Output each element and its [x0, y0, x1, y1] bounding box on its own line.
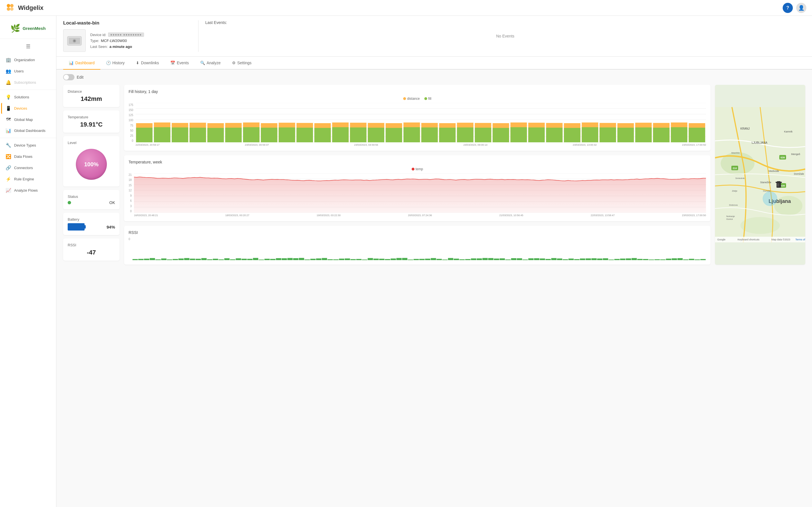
svg-rect-69 [599, 127, 616, 142]
sidebar-label-analyze-flows: Analyze Flows [14, 188, 38, 192]
svg-rect-97 [178, 259, 183, 260]
svg-rect-47 [403, 127, 420, 142]
svg-rect-67 [582, 127, 598, 142]
toggle-knob [64, 75, 69, 80]
svg-rect-73 [635, 127, 652, 142]
tab-events-icon: 📅 [170, 61, 175, 65]
svg-rect-159 [534, 258, 539, 260]
tab-settings[interactable]: ⚙ Settings [226, 57, 257, 70]
sidebar-item-analyze-flows[interactable]: 📈 Analyze Flows [1, 185, 55, 196]
svg-rect-156 [517, 258, 522, 260]
device-detail-row: Device id: ●●●●● ●●●●●●●● Type: MCF-LW20… [63, 29, 192, 52]
widgelix-logo-icon [6, 3, 16, 13]
sidebar-item-organization[interactable]: 🏢 Organization [1, 54, 55, 65]
help-button[interactable]: ? [783, 3, 793, 13]
rssi-value: -47 [68, 249, 115, 256]
sidebar-label-global-map: Global Map [14, 117, 33, 122]
svg-rect-53 [457, 127, 473, 142]
tab-history[interactable]: 🕐 History [100, 57, 130, 70]
tab-history-icon: 🕐 [106, 61, 111, 65]
svg-rect-120 [310, 259, 316, 260]
battery-label: Battery [68, 217, 115, 222]
svg-rect-116 [287, 258, 293, 260]
temperature-value: 19.91°C [68, 121, 115, 128]
sidebar-label-users: Users [14, 69, 24, 73]
svg-rect-164 [562, 259, 568, 260]
legend-distance-dot [403, 97, 406, 100]
svg-rect-173 [614, 259, 619, 260]
rssi-chart-title: RSSI [128, 230, 706, 235]
sidebar-item-device-types[interactable]: 🔧 Device Types [1, 140, 55, 151]
fill-chart-title: Fill history, 1 day [128, 89, 706, 94]
temp-y-axis: 21 18 15 12 9 6 3 0 [128, 173, 133, 213]
svg-rect-166 [574, 259, 579, 260]
svg-rect-27 [225, 128, 241, 142]
temp-chart-svg [134, 173, 706, 213]
sidebar-nav: 🏢 Organization 👥 Users 🔔 Subscriptions 💡… [0, 54, 56, 196]
sidebar-item-users[interactable]: 👥 Users [1, 66, 55, 77]
hamburger-button[interactable]: ☰ [0, 41, 56, 52]
level-label: Level [68, 140, 115, 145]
svg-rect-102 [207, 259, 212, 260]
svg-rect-183 [671, 259, 677, 260]
svg-rect-155 [511, 258, 516, 260]
svg-rect-29 [243, 127, 259, 142]
tab-downlinks[interactable]: ⬇ Downlinks [130, 57, 165, 70]
sidebar-item-subscriptions: 🔔 Subscriptions [1, 77, 55, 88]
svg-rect-103 [213, 259, 218, 260]
sidebar-label-connectors: Connectors [14, 166, 33, 170]
battery-icon [68, 223, 85, 231]
svg-rect-126 [344, 259, 350, 260]
legend-fill-dot [424, 97, 427, 100]
user-icon: 👤 [798, 5, 804, 11]
map-container[interactable]: 639 210 639 KRANJ LJUBLJANA Kamnik Mavči… [715, 85, 805, 265]
svg-rect-176 [632, 258, 637, 260]
tab-dashboard[interactable]: 📊 Dashboard [63, 57, 100, 70]
svg-rect-115 [282, 258, 287, 260]
svg-rect-114 [276, 258, 281, 260]
level-circle: 100% [76, 149, 107, 180]
svg-text:Keyboard shortcuts: Keyboard shortcuts [738, 238, 760, 241]
svg-rect-49 [421, 127, 438, 142]
header-actions: ? 👤 [783, 3, 806, 13]
status-value: OK [109, 201, 115, 205]
sidebar-item-data-flows[interactable]: 🔀 Data Flows [1, 151, 55, 162]
svg-rect-61 [528, 127, 544, 142]
sidebar-item-devices[interactable]: 📱 Devices [1, 103, 55, 114]
legend-fill-label: fill [428, 97, 431, 101]
sidebar-label-devices: Devices [14, 106, 27, 110]
widget-distance: Distance 142mm [63, 85, 119, 107]
main-content: Local-waste-bin Device id: ●●●● [56, 16, 812, 507]
svg-rect-25 [207, 128, 224, 142]
legend-distance: distance [403, 97, 420, 101]
user-button[interactable]: 👤 [796, 3, 806, 13]
svg-rect-77 [671, 127, 687, 142]
device-meta: Device id: ●●●●● ●●●●●●●● Type: MCF-LW20… [90, 33, 144, 49]
svg-rect-144 [448, 258, 453, 260]
tab-analyze-icon: 🔍 [200, 61, 205, 65]
sidebar-item-global-map[interactable]: 🗺 Global Map [1, 114, 55, 125]
subscriptions-icon: 🔔 [6, 80, 11, 85]
svg-rect-43 [368, 128, 384, 142]
dashboard-grid: Distance 142mm Temperature 19.91°C [63, 85, 805, 265]
temp-week-chart: Temperature, week temp 21 18 15 [124, 155, 710, 221]
svg-text:Medvode: Medvode [769, 170, 779, 172]
sidebar-item-global-dashboards[interactable]: 📊 Global Dashboards [1, 125, 55, 136]
tab-analyze[interactable]: 🔍 Analyze [195, 57, 226, 70]
svg-rect-57 [493, 128, 509, 142]
svg-rect-118 [299, 258, 304, 260]
svg-rect-122 [322, 258, 327, 260]
tab-settings-label: Settings [237, 61, 252, 65]
svg-rect-110 [253, 258, 258, 260]
sidebar-item-solutions[interactable]: 💡 Solutions [1, 92, 55, 103]
tab-events[interactable]: 📅 Events [165, 57, 195, 70]
edit-toggle-switch[interactable] [63, 74, 74, 80]
top-header: Widgelix ? 👤 [0, 0, 812, 16]
sidebar-item-connectors[interactable]: 🔗 Connectors [1, 162, 55, 173]
device-thumbnail [66, 34, 83, 48]
svg-rect-95 [167, 260, 172, 260]
svg-rect-153 [500, 259, 505, 260]
fill-y-axis: 175 150 125 100 75 50 25 0 [128, 103, 134, 142]
sidebar-item-rule-engine[interactable]: ⚡ Rule Engine [1, 174, 55, 185]
svg-rect-124 [333, 259, 339, 260]
